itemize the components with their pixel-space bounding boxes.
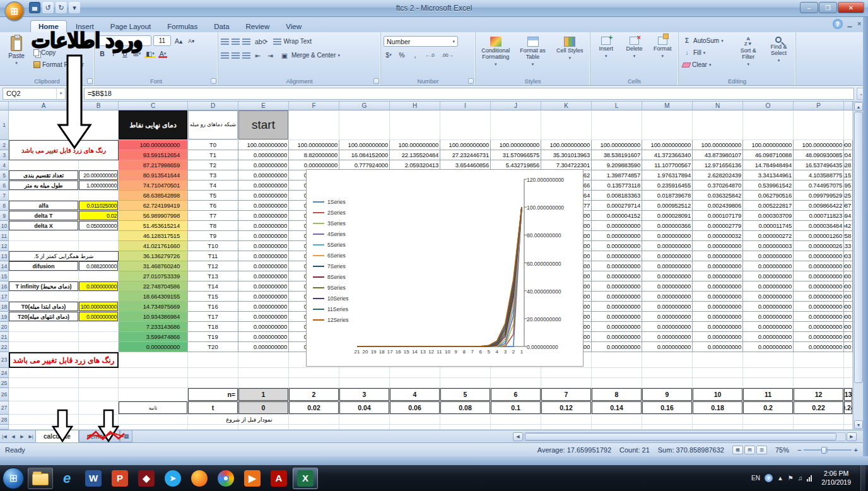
previous-sheet-button[interactable]: ◀: [9, 430, 18, 442]
cell-N21[interactable]: 0.000000000: [693, 332, 743, 342]
cell-P5[interactable]: 4.103588775: [794, 170, 844, 180]
ribbon-tab-data[interactable]: Data: [206, 21, 237, 32]
cell-P19[interactable]: 0.000000000: [794, 312, 844, 322]
cell-F28[interactable]: [289, 415, 339, 425]
row-header-1[interactable]: 1: [0, 110, 9, 140]
cell-A1[interactable]: [9, 110, 79, 140]
cell-C6[interactable]: 74.710470501: [119, 180, 188, 191]
help-button[interactable]: ?: [833, 19, 843, 29]
cell-N18[interactable]: 0.000000000: [693, 302, 743, 312]
cell-O29[interactable]: [743, 425, 794, 430]
cell-M17[interactable]: 0.000000000: [642, 292, 693, 302]
cell-E19[interactable]: 0.000000000: [238, 312, 289, 322]
cell-M12[interactable]: 0.000000000: [642, 241, 693, 251]
cell-A24[interactable]: [9, 368, 79, 378]
cell-L25[interactable]: [592, 378, 642, 388]
wrap-text-button[interactable]: Wrap Text: [272, 36, 313, 47]
cell-D4[interactable]: T2: [188, 160, 238, 170]
cell-C26[interactable]: [119, 388, 188, 401]
row-header-4[interactable]: 4: [0, 160, 9, 170]
cell-M7[interactable]: 0.018739678: [642, 191, 693, 201]
cell-Q10[interactable]: 0.000092942: [844, 221, 853, 231]
cell-C17[interactable]: 18.664309155: [119, 292, 188, 302]
cell-C3[interactable]: 93.591512654: [119, 150, 188, 160]
cell-M13[interactable]: 0.000000000: [642, 251, 693, 261]
cell-O3[interactable]: 46.098710088: [743, 150, 794, 160]
cell-L16[interactable]: 0.000000000: [592, 281, 642, 292]
cell-E25[interactable]: [238, 378, 289, 388]
cell-P13[interactable]: 0.000000000: [794, 251, 844, 261]
cell-J1[interactable]: [491, 110, 541, 140]
cell-C9[interactable]: 56.989907998: [119, 211, 188, 221]
row-header-6[interactable]: 6: [0, 180, 9, 191]
cell-O4[interactable]: 14.784948494: [743, 160, 794, 170]
row-header-12[interactable]: 12: [0, 241, 9, 251]
sort-filter-button[interactable]: AZ▼Sort & Filter▾: [734, 34, 763, 76]
cell-P20[interactable]: 0.000000000: [794, 322, 844, 332]
column-header-I[interactable]: I: [440, 102, 491, 110]
cell-N8[interactable]: 0.002439806: [693, 201, 743, 211]
cell-C20[interactable]: 7.233143686: [119, 322, 188, 332]
cell-L17[interactable]: 0.000000000: [592, 292, 642, 302]
cell-L14[interactable]: 0.000000000: [592, 261, 642, 271]
insert-worksheet-button[interactable]: ▦: [120, 430, 132, 442]
cell-Q13[interactable]: 0.000000003: [844, 251, 853, 261]
clear-button[interactable]: Clear▾: [681, 59, 732, 70]
help-center-icon[interactable]: ?: [765, 474, 773, 482]
cell-Q9[interactable]: 0.001459694: [844, 211, 853, 221]
cell-P21[interactable]: 0.000000000: [794, 332, 844, 342]
align-left-icon[interactable]: [221, 52, 229, 59]
column-header-J[interactable]: J: [491, 102, 541, 110]
cell-Q22[interactable]: 0.000000000: [844, 342, 853, 352]
cell-D3[interactable]: T1: [188, 150, 238, 160]
cell-C11[interactable]: 46.128317515: [119, 231, 188, 241]
cell-A16[interactable]: T infinity (دمای محیط): [9, 281, 79, 292]
align-right-icon[interactable]: [242, 52, 250, 59]
show-hidden-icons-button[interactable]: ▲: [777, 475, 783, 482]
number-dialog-launcher[interactable]: [468, 78, 474, 84]
cell-Q2[interactable]: 100.000000000: [844, 140, 853, 150]
close-button[interactable]: ✕: [838, 2, 864, 13]
cell-N4[interactable]: 12.971656136: [693, 160, 743, 170]
cell-D15[interactable]: T13: [188, 271, 238, 281]
cell-N11[interactable]: 0.000000032: [693, 231, 743, 241]
cell-O6[interactable]: 0.539961542: [743, 180, 794, 191]
row-header-8[interactable]: 8: [0, 201, 9, 211]
ribbon-tab-home[interactable]: Home: [30, 20, 67, 32]
cell-B9[interactable]: 0.02: [79, 211, 119, 221]
ribbon-tab-insert[interactable]: Insert: [68, 21, 102, 32]
cell-J2[interactable]: 100.000000000: [491, 140, 541, 150]
cell-N23[interactable]: [693, 352, 743, 368]
name-box[interactable]: CQ2▾: [3, 88, 66, 100]
cell-F3[interactable]: 8.820000000: [289, 150, 339, 160]
cell-B14[interactable]: 0.088200000: [79, 261, 119, 271]
taskbar-app-word[interactable]: W: [81, 468, 106, 489]
column-header-D[interactable]: D: [188, 102, 238, 110]
cell-A15[interactable]: [9, 271, 79, 281]
cell-A25[interactable]: [9, 378, 79, 388]
office-button[interactable]: ⊞: [4, 1, 25, 21]
cell-L21[interactable]: 0.000000000: [592, 332, 642, 342]
cell-H29[interactable]: [390, 425, 440, 430]
cell-F2[interactable]: 100.000000000: [289, 140, 339, 150]
cell-M15[interactable]: 0.000000000: [642, 271, 693, 281]
taskbar-app-telegram[interactable]: ➤: [160, 468, 185, 489]
cell-Q25[interactable]: [844, 378, 853, 388]
cell-E10[interactable]: 0.000000000: [238, 221, 289, 231]
cell-G24[interactable]: [339, 368, 390, 378]
cell-D17[interactable]: T15: [188, 292, 238, 302]
cell-I29[interactable]: [440, 425, 491, 430]
cell-J28[interactable]: [491, 415, 541, 425]
cell-B19[interactable]: 0.000000000: [79, 312, 119, 322]
cell-M6[interactable]: 0.235916455: [642, 180, 693, 191]
cell-M14[interactable]: 0.000000000: [642, 261, 693, 271]
cell-L11[interactable]: 0.000000000: [592, 231, 642, 241]
cell-L20[interactable]: 0.000000000: [592, 322, 642, 332]
cell-P3[interactable]: 48.090930085: [794, 150, 844, 160]
cell-F26[interactable]: 2: [289, 388, 339, 401]
cell-C15[interactable]: 27.010753339: [119, 271, 188, 281]
cell-Q1[interactable]: [844, 110, 853, 140]
cell-K27[interactable]: 0.12: [541, 401, 592, 415]
cell-K24[interactable]: [541, 368, 592, 378]
cell-Q12[interactable]: 0.000000133: [844, 241, 853, 251]
